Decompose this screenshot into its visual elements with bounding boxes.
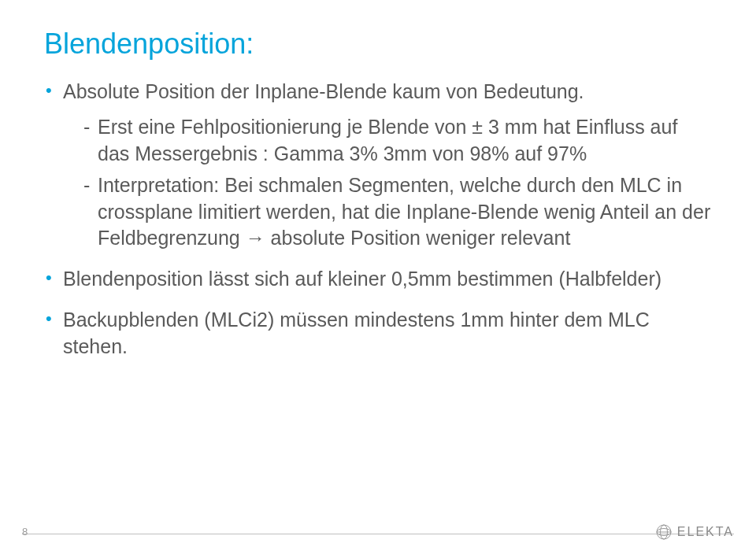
logo-text: ELEKTA (677, 525, 734, 539)
bullet-item-2: Blendenposition lässt sich auf kleiner 0… (44, 266, 712, 293)
bullet-list: Absolute Position der Inplane-Blende kau… (44, 79, 712, 360)
slide-title: Blendenposition: (44, 28, 712, 60)
bullet-item-3: Backupblenden (MLCi2) müssen mindestens … (44, 307, 712, 360)
sub-bullet-2b: absolute Position weniger relevant (265, 227, 571, 249)
slide-content: Blendenposition: Absolute Position der I… (0, 0, 756, 558)
bullet-text-1: Absolute Position der Inplane-Blende kau… (63, 80, 584, 102)
sub-bullet-1: Erst eine Fehlpositionierung je Blende v… (83, 114, 712, 168)
arrow-icon: → (246, 227, 265, 249)
bullet-item-1: Absolute Position der Inplane-Blende kau… (44, 79, 712, 253)
page-number: 8 (22, 526, 28, 538)
globe-icon (655, 523, 673, 541)
sub-bullet-list: Erst eine Fehlpositionierung je Blende v… (83, 114, 712, 252)
logo: ELEKTA (655, 523, 734, 541)
footer-divider (22, 534, 734, 534)
footer: 8 ELEKTA (0, 534, 756, 542)
sub-bullet-2: Interpretation: Bei schmalen Segmenten, … (83, 172, 712, 252)
